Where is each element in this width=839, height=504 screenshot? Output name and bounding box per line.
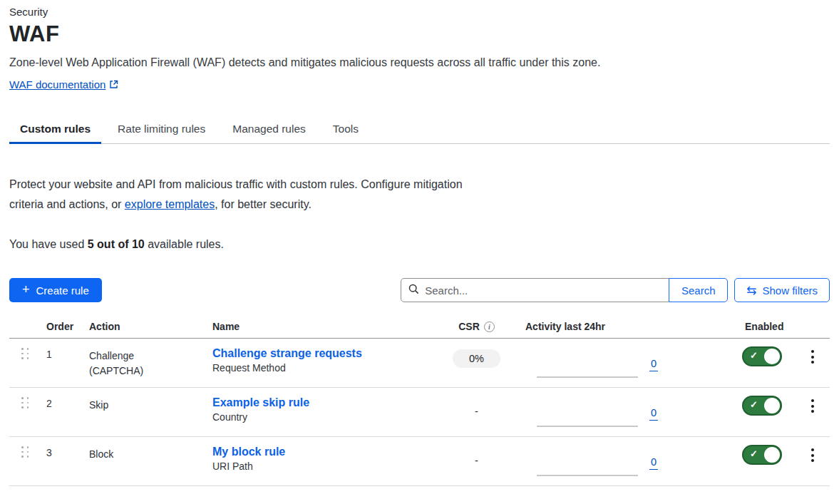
custom-rules-table: Order Action Name CSR i Activity last 24… bbox=[9, 321, 830, 486]
activity-sparkline bbox=[537, 475, 638, 476]
rule-expression: Country bbox=[212, 411, 428, 423]
search-icon bbox=[408, 284, 419, 297]
table-row: 1 Challenge (CAPTCHA) Challenge strange … bbox=[9, 339, 830, 388]
rule-expression: URI Path bbox=[212, 461, 428, 472]
show-filters-button[interactable]: ⇆ Show filters bbox=[734, 278, 830, 302]
row-menu-button[interactable] bbox=[810, 398, 830, 414]
plus-icon: + bbox=[22, 283, 30, 296]
intro-line-2: criteria and actions, or explore templat… bbox=[9, 195, 830, 215]
header-csr: CSR bbox=[458, 321, 480, 332]
page-title: WAF bbox=[9, 21, 830, 47]
rule-order: 1 bbox=[38, 339, 81, 387]
table-row: 3 Block My block rule URI Path - 0 ✓ bbox=[9, 437, 830, 486]
tab-custom-rules[interactable]: Custom rules bbox=[9, 116, 101, 143]
intro-line-1: Protect your website and API from malici… bbox=[9, 175, 830, 195]
drag-handle-icon[interactable] bbox=[21, 397, 38, 408]
header-activity: Activity last 24hr bbox=[525, 321, 727, 332]
row-menu-button[interactable] bbox=[810, 447, 830, 463]
filters-swap-icon: ⇆ bbox=[746, 284, 756, 297]
external-link-icon bbox=[109, 79, 118, 91]
enabled-toggle[interactable]: ✓ bbox=[742, 346, 782, 366]
tab-managed-rules[interactable]: Managed rules bbox=[222, 116, 316, 143]
tab-rate-limiting-rules[interactable]: Rate limiting rules bbox=[107, 116, 216, 143]
table-row: 2 Skip Example skip rule Country - 0 ✓ bbox=[9, 388, 830, 437]
custom-rules-intro: Protect your website and API from malici… bbox=[9, 175, 830, 215]
check-icon: ✓ bbox=[750, 399, 758, 410]
rule-action-line1: Skip bbox=[89, 398, 204, 413]
waf-documentation-link[interactable]: WAF documentation bbox=[9, 78, 105, 91]
rule-order: 3 bbox=[38, 437, 81, 485]
rule-action-line1: Challenge bbox=[89, 349, 204, 364]
rules-usage-count: 5 out of 10 bbox=[88, 238, 145, 250]
csr-info-icon[interactable]: i bbox=[484, 322, 495, 332]
drag-handle-icon[interactable] bbox=[21, 348, 38, 359]
create-rule-button[interactable]: + Create rule bbox=[9, 278, 102, 302]
activity-count-link[interactable]: 0 bbox=[649, 456, 658, 470]
enabled-toggle[interactable]: ✓ bbox=[742, 445, 782, 465]
csr-badge: - bbox=[475, 402, 478, 421]
activity-count-link[interactable]: 0 bbox=[649, 407, 658, 421]
check-icon: ✓ bbox=[750, 448, 758, 459]
rule-name-link[interactable]: Example skip rule bbox=[212, 396, 428, 409]
rule-expression: Request Method bbox=[212, 362, 428, 374]
rule-action-line1: Block bbox=[89, 447, 204, 462]
search-input[interactable] bbox=[425, 284, 662, 297]
rule-action-line2: (CAPTCHA) bbox=[89, 364, 204, 379]
rules-usage-text: You have used 5 out of 10 available rule… bbox=[9, 238, 830, 251]
activity-sparkline bbox=[537, 376, 638, 378]
header-action: Action bbox=[81, 321, 204, 332]
activity-count-link[interactable]: 0 bbox=[649, 358, 658, 371]
breadcrumb-security: Security bbox=[9, 0, 830, 18]
rules-table-body: 1 Challenge (CAPTCHA) Challenge strange … bbox=[9, 339, 830, 486]
header-enabled: Enabled bbox=[727, 321, 798, 332]
rule-name-link[interactable]: My block rule bbox=[212, 446, 428, 458]
tab-tools[interactable]: Tools bbox=[322, 116, 369, 143]
explore-templates-link[interactable]: explore templates bbox=[125, 198, 215, 210]
rule-action: Challenge (CAPTCHA) bbox=[81, 339, 204, 387]
rule-name-link[interactable]: Challenge strange requests bbox=[212, 347, 428, 360]
rule-action: Block bbox=[81, 437, 204, 485]
rule-action: Skip bbox=[81, 388, 204, 436]
rule-order: 2 bbox=[38, 388, 81, 436]
activity-sparkline bbox=[537, 426, 638, 427]
search-box bbox=[401, 278, 669, 302]
check-icon: ✓ bbox=[750, 350, 758, 361]
enabled-toggle[interactable]: ✓ bbox=[742, 396, 782, 416]
csr-badge: 0% bbox=[453, 349, 500, 368]
header-name: Name bbox=[204, 321, 428, 332]
csr-badge: - bbox=[475, 451, 478, 470]
drag-handle-icon[interactable] bbox=[21, 446, 38, 458]
table-header-row: Order Action Name CSR i Activity last 24… bbox=[9, 321, 830, 339]
page-description: Zone-level Web Application Firewall (WAF… bbox=[9, 56, 830, 69]
search-button[interactable]: Search bbox=[669, 278, 728, 302]
row-menu-button[interactable] bbox=[810, 349, 830, 365]
waf-tabbar: Custom rules Rate limiting rules Managed… bbox=[9, 116, 830, 144]
header-order: Order bbox=[38, 321, 81, 332]
